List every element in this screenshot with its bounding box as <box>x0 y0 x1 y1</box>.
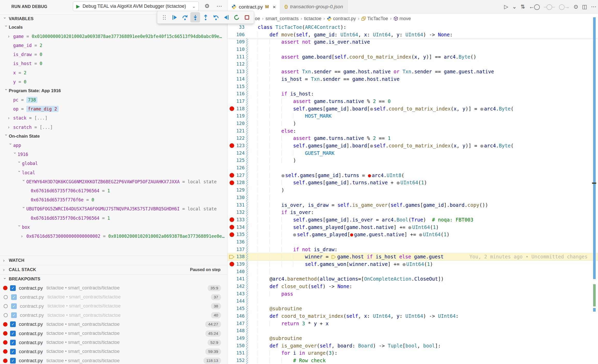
breadcrumb-item-contract.py[interactable]: contract.py <box>327 16 356 21</box>
inline-breakpoint-icon[interactable] <box>368 174 371 177</box>
nav-current-icon[interactable]: ‒◯‒ <box>544 4 554 10</box>
breadcrumb-item-move[interactable]: move <box>394 16 411 21</box>
code-line[interactable]: 126 <box>227 164 598 172</box>
code-line[interactable]: 119 HOST_MARK <box>227 112 598 120</box>
code-line[interactable]: 145 @subroutine <box>227 305 598 312</box>
breakpoint-row[interactable]: ✓contract.pytictactoe • smart_contracts/… <box>0 311 227 320</box>
inline-breakpoint-candidate-icon[interactable] <box>480 145 483 148</box>
breakpoint-row[interactable]: ✓contract.pytictactoe • smart_contracts/… <box>0 338 227 347</box>
inline-breakpoint-candidate-icon[interactable] <box>293 233 296 236</box>
scope-row[interactable]: ›Program State: App 1916 <box>0 86 227 95</box>
twisty-icon[interactable]: › <box>4 25 9 30</box>
breakpoint-row[interactable]: ✓contract.pytictactoe • smart_contracts/… <box>0 302 227 311</box>
twisty-icon[interactable]: › <box>8 143 13 148</box>
tab-transaction-group-0.json[interactable]: {}transaction-group-0.json <box>280 0 347 13</box>
breakpoints-pane-header[interactable]: › BREAKPOINTS <box>0 274 227 283</box>
continue-button[interactable] <box>170 12 179 22</box>
breakpoint-checkbox[interactable]: ✓ <box>10 285 16 291</box>
twisty-icon[interactable]: › <box>21 180 26 185</box>
variable-row[interactable]: x = 2 <box>0 68 227 77</box>
variable-row[interactable]: ›global <box>0 159 227 168</box>
code-line[interactable]: 123 self.games[game_id].board[self.coord… <box>227 142 598 149</box>
code-line[interactable]: 121 else: <box>227 127 598 135</box>
inline-breakpoint-candidate-icon[interactable] <box>419 233 422 236</box>
more-actions-button[interactable]: ⋯ <box>591 4 596 10</box>
twisty-icon[interactable]: › <box>17 170 22 176</box>
twisty-icon[interactable]: › <box>4 134 9 139</box>
code-line[interactable]: 150 def is_game_over(self, board: Board)… <box>227 342 598 350</box>
twisty-icon[interactable]: › <box>21 234 26 239</box>
variable-row[interactable]: ›game = 0x010000000102010002a0693878ae37… <box>0 32 227 41</box>
breakpoint-row[interactable]: ✓contract.pytictactoe • smart_contracts/… <box>0 329 227 338</box>
code-line[interactable]: 143 pass <box>227 290 598 298</box>
breakpoint-dot[interactable] <box>227 179 236 186</box>
twisty-icon[interactable]: › <box>13 152 17 157</box>
inline-breakpoint-candidate-icon[interactable] <box>403 263 406 266</box>
nav-back-icon[interactable]: ←◯ <box>529 4 540 10</box>
breadcrumb-item-tictactoe[interactable]: tictactoe <box>304 16 321 21</box>
twisty-icon[interactable]: › <box>21 207 26 212</box>
variable-row[interactable]: ›OEYWY64H3D7QK6KCGG6NM2XKKOTZB6BEGZ2P6VA… <box>0 177 227 186</box>
gear-icon[interactable]: ⚙ <box>204 3 210 10</box>
code-line[interactable]: 146 def coord_to_matrix_index(self, x: U… <box>227 312 598 320</box>
code-line[interactable]: 133 self.games[game_id].is_over = arc4.B… <box>227 216 598 224</box>
code-line[interactable]: 138 winner = game.host if is_host else g… <box>227 253 598 260</box>
twisty-icon[interactable]: › <box>17 161 22 167</box>
breakpoint-checkbox[interactable]: ✓ <box>10 358 16 363</box>
code-line[interactable]: 118 self.games[game_id].board[self.coord… <box>227 105 598 113</box>
code-line[interactable]: 115 <box>227 83 598 90</box>
twisty-icon[interactable]: › <box>8 125 13 130</box>
code-line[interactable]: 131 is_over, is_draw = self.is_game_over… <box>227 201 598 209</box>
code-line[interactable]: 142 def close_out(self) -> None: <box>227 283 598 290</box>
breakpoint-checkbox[interactable]: ✓ <box>10 321 16 327</box>
code-line[interactable]: 113 assert Txn.sender == game.host.nativ… <box>227 68 598 75</box>
code-line[interactable]: 144 <box>227 297 598 305</box>
code-line[interactable]: 114 is_host = Txn.sender == game.host.na… <box>227 75 598 83</box>
code-line[interactable]: 147 return 3 * y + x <box>227 320 598 327</box>
breakpoint-row[interactable]: ✓contract.pytictactoe • smart_contracts/… <box>0 320 227 329</box>
code-line[interactable]: 128 self.games[game_id].turns.native + U… <box>227 179 598 186</box>
step-out-button[interactable] <box>201 12 210 22</box>
scope-row[interactable]: ›On-chain State <box>0 132 227 141</box>
drag-handle[interactable] <box>159 12 169 22</box>
twisty-icon[interactable]: › <box>8 34 13 39</box>
stop-button[interactable] <box>242 12 252 22</box>
inline-breakpoint-candidate-icon[interactable] <box>480 108 483 111</box>
code-line[interactable]: 124 GUEST_MARK <box>227 149 598 157</box>
variable-row[interactable]: ›0x67616d65730000000000000002 = 0x010002… <box>0 232 227 241</box>
code-line[interactable]: 116 if is_host: <box>227 90 598 98</box>
breakpoint-dot[interactable] <box>227 231 236 238</box>
code-line[interactable]: 109 assert not game.is_over.native <box>227 38 598 46</box>
variable-row[interactable]: ›UBUTQ6FOG5ZWRCI64DUSX7SA6FOGMUJ7STNQVPA… <box>0 204 227 213</box>
nav-forward-icon[interactable]: ◯→ <box>559 4 569 10</box>
step-into-button[interactable] <box>190 12 200 22</box>
code-line[interactable]: 135 self.games_played[game.guest.native]… <box>227 231 598 238</box>
variable-row[interactable]: ›scratch = [...] <box>0 123 227 132</box>
run-button[interactable]: ▷ <box>504 4 508 10</box>
inline-breakpoint-candidate-icon[interactable] <box>370 145 373 148</box>
breakpoint-checkbox[interactable]: ✓ <box>10 331 16 336</box>
code-line[interactable]: 122 assert game.turns.native % 2 == 1 <box>227 134 598 142</box>
breadcrumb-item-smart_contracts[interactable]: smart_contracts <box>265 16 298 21</box>
code-line[interactable]: 136 <box>227 238 598 246</box>
breakpoint-row[interactable]: ✓contract.pytictactoe • smart_contracts/… <box>0 356 227 364</box>
breakpoint-checkbox[interactable]: ✓ <box>10 349 16 354</box>
source-control-graph-icon[interactable]: ⊙ <box>574 4 578 10</box>
inline-breakpoint-icon[interactable] <box>350 233 353 236</box>
code-line[interactable]: 106 def move(self, game_id: UInt64, x: U… <box>227 31 598 38</box>
breadcrumb-item-oe[interactable]: oe <box>255 16 260 21</box>
breakpoint-row[interactable]: ✓contract.pytictactoe • smart_contracts/… <box>0 283 227 292</box>
callstack-pane-header[interactable]: › CALL STACK Paused on step <box>0 265 227 274</box>
step-back-button[interactable] <box>211 12 221 22</box>
split-editor-button[interactable]: ◫ <box>582 4 587 10</box>
code-line[interactable]: 140 <box>227 268 598 275</box>
breakpoint-dot[interactable] <box>227 224 236 231</box>
scope-row[interactable]: ›Locals <box>0 23 227 32</box>
breakpoint-checkbox[interactable]: ✓ <box>10 340 16 345</box>
variable-row[interactable]: pc = 738 <box>0 96 227 105</box>
code-line[interactable]: 110 <box>227 46 598 53</box>
inline-breakpoint-candidate-icon[interactable] <box>408 226 411 229</box>
code-line[interactable]: 130 <box>227 194 598 201</box>
close-icon[interactable]: × <box>273 4 276 10</box>
variable-row[interactable]: ›box <box>0 223 227 232</box>
